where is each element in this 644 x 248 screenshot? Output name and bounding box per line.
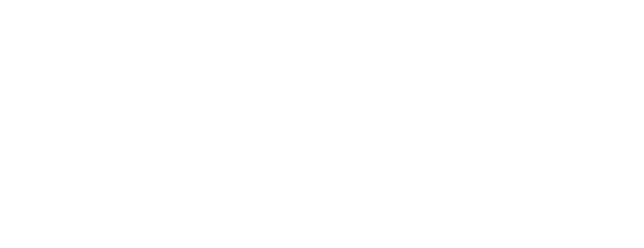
- chart-legend: [516, 113, 629, 130]
- errors-bar-chart-svg: [0, 106, 519, 247]
- errors-chart: [0, 106, 644, 248]
